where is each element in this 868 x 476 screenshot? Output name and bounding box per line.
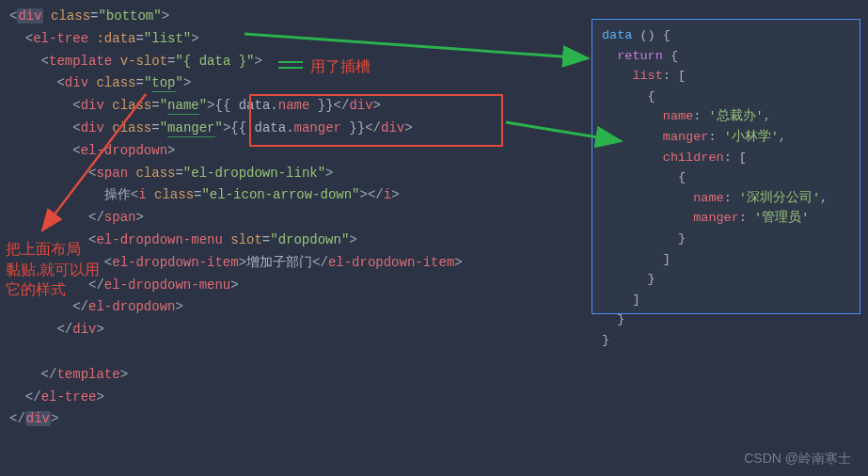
watermark: CSDN @岭南寒士 — [744, 448, 851, 470]
code-panel-right: data () { return { list: [ { name: '总裁办'… — [592, 19, 860, 314]
